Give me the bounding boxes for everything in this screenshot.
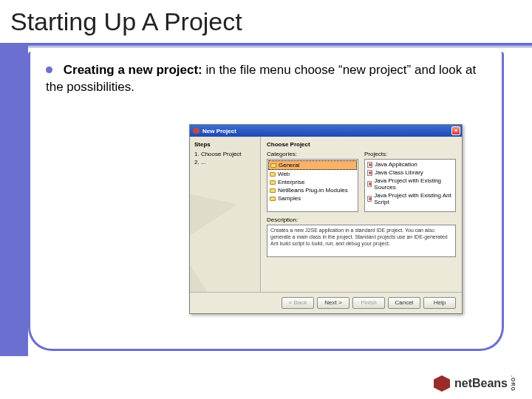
category-item-samples[interactable]: Samples — [268, 194, 357, 202]
cancel-button[interactable]: Cancel — [388, 297, 420, 309]
project-label: Java Project with Existing Sources — [374, 177, 453, 191]
choose-project-heading: Choose Project — [267, 141, 456, 148]
bullet-bold: Creating a new project: — [64, 63, 202, 77]
app-icon — [193, 128, 200, 134]
project-label: Java Application — [375, 161, 417, 168]
finish-button[interactable]: Finish — [352, 297, 385, 309]
categories-label: Categories: — [267, 151, 358, 157]
netbeans-cube-icon — [434, 375, 450, 392]
slide-bullet: Creating a new project: in the file menu… — [46, 62, 482, 96]
category-label: General — [279, 162, 299, 168]
logo-text: netBeans — [454, 377, 508, 390]
folder-icon — [270, 188, 276, 193]
description-label: Description: — [267, 216, 456, 223]
category-label: Enterprise — [278, 179, 304, 185]
steps-list: 1. Choose Project 2. ... — [194, 151, 256, 166]
netbeans-logo: netBeans .ORG — [434, 375, 516, 392]
steps-heading: Steps — [194, 141, 256, 148]
category-item-general[interactable]: General — [268, 160, 357, 170]
step-item: 2. ... — [194, 159, 256, 166]
projects-listbox[interactable]: Java Application Java Class Library Java… — [364, 159, 456, 212]
project-item[interactable]: Java Class Library — [366, 168, 454, 177]
category-label: NetBeans Plug-in Modules — [278, 187, 348, 194]
help-button[interactable]: Help — [423, 297, 456, 309]
project-icon — [367, 170, 372, 176]
project-label: Java Project with Existing Ant Script — [374, 192, 453, 205]
project-item[interactable]: Java Project with Existing Sources — [366, 177, 454, 191]
categories-listbox[interactable]: General Web Enterprise NetBeans Plug-in … — [267, 159, 358, 212]
logo-suffix: .ORG — [511, 375, 516, 392]
title-underline-thin — [0, 47, 532, 47]
close-icon[interactable]: × — [451, 126, 460, 135]
bullet-icon — [46, 66, 52, 73]
back-button[interactable]: < Back — [282, 297, 314, 309]
folder-icon — [270, 172, 276, 177]
left-accent-column — [0, 46, 28, 356]
category-label: Web — [278, 171, 290, 177]
dialog-button-row: < Back Next > Finish Cancel Help — [190, 293, 462, 313]
folder-icon — [270, 180, 276, 185]
project-item[interactable]: Java Application — [366, 160, 454, 168]
project-item[interactable]: Java Project with Existing Ant Script — [366, 191, 454, 206]
project-icon — [367, 181, 372, 187]
projects-label: Projects: — [364, 151, 456, 157]
folder-icon — [270, 197, 276, 201]
category-item-plugins[interactable]: NetBeans Plug-in Modules — [268, 186, 357, 194]
next-button[interactable]: Next > — [317, 297, 349, 309]
step-item: 1. Choose Project — [194, 151, 256, 157]
folder-icon — [270, 163, 276, 168]
project-label: Java Class Library — [375, 169, 423, 176]
steps-pane: Steps 1. Choose Project 2. ... — [190, 137, 261, 292]
title-underline — [0, 43, 532, 46]
category-item-web[interactable]: Web — [268, 170, 357, 178]
category-item-enterprise[interactable]: Enterprise — [268, 178, 357, 186]
new-project-dialog: New Project × Steps 1. Choose Project 2.… — [189, 124, 463, 314]
steps-bg-decor — [190, 194, 261, 292]
category-label: Samples — [278, 195, 301, 202]
slide-title: Starting Up A Project — [10, 7, 242, 36]
dialog-title: New Project — [202, 128, 236, 134]
description-box: Creates a new J2SE application in a stan… — [267, 225, 456, 257]
project-icon — [367, 196, 372, 202]
project-icon — [367, 162, 372, 168]
dialog-titlebar[interactable]: New Project × — [190, 125, 462, 137]
